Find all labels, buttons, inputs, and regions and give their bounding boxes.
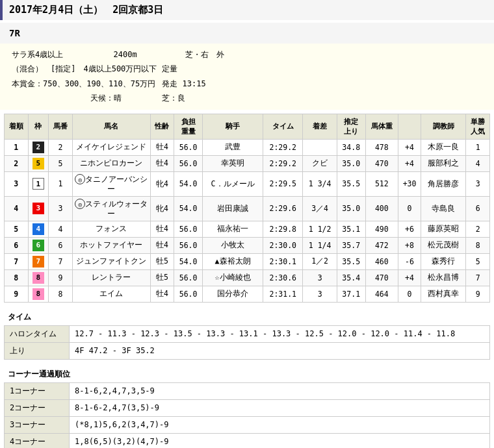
trainer: 角居勝彦: [421, 171, 466, 196]
trainer: 服部利之: [421, 155, 466, 171]
futan: 54.0: [174, 196, 203, 221]
jockey: C．ルメール: [202, 171, 263, 196]
chakujan: 9: [5, 286, 29, 302]
waku-box: 7: [32, 256, 44, 268]
bango: 8: [49, 286, 73, 302]
corner-label: 4コーナー: [5, 433, 70, 448]
corner-value: (*8,1)5,6,2(3,4,7)-9: [70, 416, 490, 433]
seirei: 牡4: [150, 237, 174, 253]
agari: 34.8: [337, 139, 365, 155]
waku-box: 2: [32, 142, 44, 153]
chakujan: 5: [5, 221, 29, 237]
agari-label: 上り: [5, 342, 70, 359]
jockey: 岩田康誠: [202, 196, 263, 221]
waku-box: 1: [32, 178, 44, 190]
horse-name: レントラー: [72, 269, 150, 286]
seirei: 牡5: [150, 253, 174, 269]
chakusa: 1 3/4: [303, 171, 337, 196]
waku-cell: 8: [28, 269, 49, 286]
futan: 56.0: [174, 237, 203, 253]
chakujan: 7: [5, 253, 29, 269]
weight: 470: [365, 155, 398, 171]
trainer: 木原一良: [421, 139, 466, 155]
header-bar: 2017年2月4日（土） 2回京都3日: [0, 0, 494, 20]
agari: 35.0: [337, 155, 365, 171]
bango: 4: [49, 221, 73, 237]
trainer: 西村真幸: [421, 286, 466, 302]
weight-diff: -6: [398, 253, 421, 269]
horse-name: エイム: [72, 286, 150, 302]
haron-label: ハロンタイム: [5, 325, 70, 342]
jockey: 小牧太: [202, 237, 263, 253]
bango: 2: [49, 139, 73, 155]
waku-box: 5: [32, 158, 44, 169]
col-bango: 馬番: [49, 114, 73, 139]
seirei: 牡4: [150, 155, 174, 171]
jockey: 幸英明: [202, 155, 263, 171]
chakusa: クビ: [303, 155, 337, 171]
header-title: 2017年2月4日（土） 2回京都3日: [9, 4, 163, 16]
bango: 3: [49, 196, 73, 221]
seirei: 牡4: [150, 221, 174, 237]
chakusa: [303, 139, 337, 155]
corner-value: 8-1-6,2,4,7,3,5-9: [70, 382, 490, 399]
ninki: 7: [466, 269, 490, 286]
weight-diff: +4: [398, 155, 421, 171]
chakusa: 1 1/4: [303, 237, 337, 253]
chakusa: 1 1/2: [303, 221, 337, 237]
corner-row: 2コーナー 8-1-6-2,4,7(3,5)-9: [5, 399, 490, 416]
jockey: 国分恭介: [202, 286, 263, 302]
jockey: ▲森裕太朗: [202, 253, 263, 269]
col-chakujan: 着順: [5, 114, 29, 139]
futan: 56.0: [174, 269, 203, 286]
futan: 56.0: [174, 139, 203, 155]
weight: 460: [365, 253, 398, 269]
waku-box: 3: [32, 203, 44, 214]
time-section-title: タイム: [4, 309, 490, 325]
ninki: 3: [466, 171, 490, 196]
weight-diff: +4: [398, 139, 421, 155]
corner-value: 1,8(6,5)(3,2)(4,7)-9: [70, 433, 490, 448]
col-futan: 負担重量: [174, 114, 203, 139]
col-jockey: 騎手: [202, 114, 263, 139]
waku-cell: 3: [28, 196, 49, 221]
table-row: 1 2 2 メイケイレジェンド 牡4 56.0 武豊 2:29.2 34.8 4…: [5, 139, 490, 155]
jockey: ☆小崎綾也: [202, 269, 263, 286]
waku-cell: 7: [28, 253, 49, 269]
trainer: 寺島良: [421, 196, 466, 221]
table-row: 5 4 4 フォンス 牡4 56.0 福永祐一 2:29.8 1 1/2 35.…: [5, 221, 490, 237]
corner-row: 4コーナー 1,8(6,5)(3,2)(4,7)-9: [5, 433, 490, 448]
seirei: 牡4: [150, 139, 174, 155]
corner-section-title: コーナー通過順位: [4, 366, 490, 382]
haron-value: 12.7 - 11.3 - 12.3 - 13.5 - 13.3 - 13.1 …: [70, 325, 490, 342]
col-seirei: 性齢: [150, 114, 174, 139]
time: 2:29.6: [263, 196, 303, 221]
col-time: タイム: [263, 114, 303, 139]
race-distance: 2400m: [88, 47, 160, 62]
horse-name: ◎スティルウォーター: [72, 196, 150, 221]
waku-cell: 5: [28, 155, 49, 171]
ninki: 1: [466, 139, 490, 155]
bango: 1: [49, 171, 73, 196]
time-table: ハロンタイム 12.7 - 11.3 - 12.3 - 13.5 - 13.3 …: [4, 325, 490, 360]
time: 2:30.1: [263, 253, 303, 269]
ninki: 6: [466, 196, 490, 221]
waku-box: 8: [32, 288, 44, 300]
col-weightdiff: [398, 114, 421, 139]
trainer: 藤原英昭: [421, 221, 466, 237]
weight: 464: [365, 286, 398, 302]
agari: 35.7: [337, 237, 365, 253]
horse-name: フォンス: [72, 221, 150, 237]
corner-table: 1コーナー 8-1-6,2,4,7,3,5-9 2コーナー 8-1-6-2,4,…: [4, 382, 490, 448]
horse-name: ◎タニノアーバンシー: [72, 171, 150, 196]
jockey: 武豊: [202, 139, 263, 155]
waku-box: 6: [32, 240, 44, 251]
waku-cell: 4: [28, 221, 49, 237]
chakujan: 6: [5, 237, 29, 253]
waku-box: 4: [32, 223, 44, 235]
weight: 490: [365, 221, 398, 237]
table-row: 3 1 1 ◎タニノアーバンシー 牝4 54.0 C．ルメール 2:29.5 1…: [5, 171, 490, 196]
seirei: 牝4: [150, 171, 174, 196]
waku-cell: 2: [28, 139, 49, 155]
horse-name: ジュンファイトクン: [72, 253, 150, 269]
